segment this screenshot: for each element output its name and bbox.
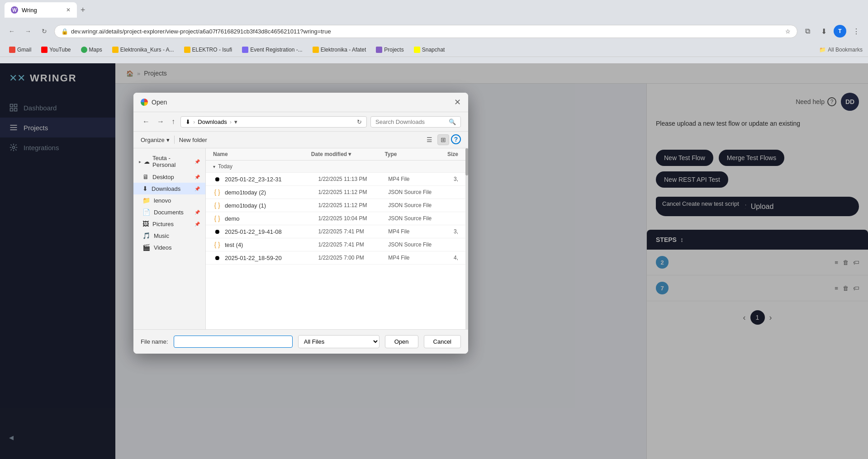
new-folder-button[interactable]: New folder xyxy=(179,137,207,143)
file-type-4: JSON Source File xyxy=(388,215,435,222)
dialog-forward-button[interactable]: → xyxy=(155,116,166,128)
file-date-7: 1/22/2025 7:00 PM xyxy=(318,255,388,261)
dialog-sidebar-pictures[interactable]: 🖼 Pictures 📌 xyxy=(133,218,205,230)
file-name-4: demo xyxy=(225,215,318,222)
all-bookmarks[interactable]: 📁 All Bookmarks xyxy=(819,47,863,53)
gmail-favicon xyxy=(9,47,15,53)
search-input[interactable] xyxy=(375,118,446,125)
file-date-6: 1/22/2025 7:41 PM xyxy=(318,241,388,248)
menu-button[interactable]: ⋮ xyxy=(850,25,863,38)
column-date: Date modified ▾ xyxy=(311,151,385,157)
details-view-button[interactable]: ⊞ xyxy=(437,134,449,145)
file-type-select[interactable]: All Files JSON Files MP4 Files xyxy=(298,335,379,348)
dialog-close-button[interactable]: ✕ xyxy=(454,97,461,107)
active-tab[interactable]: W Wring ✕ xyxy=(5,2,77,18)
downloads-label: Downloads xyxy=(152,185,180,192)
bookmark-elektronika[interactable]: Elektronika_Kurs - A... xyxy=(109,46,178,54)
file-date-1: 1/22/2025 11:13 PM xyxy=(318,176,388,182)
extensions-button[interactable]: ⧉ xyxy=(801,25,814,38)
json-file-icon-6: { } xyxy=(213,241,221,249)
dialog-sidebar-desktop[interactable]: 🖥 Desktop 📌 xyxy=(133,171,205,183)
bookmark-snapchat[interactable]: Snapchat xyxy=(410,46,449,54)
bookmark-youtube-label: YouTube xyxy=(49,47,71,53)
file-name-5: 2025-01-22_19-41-08 xyxy=(225,228,318,235)
video-file-icon-1: ⏺ xyxy=(213,175,221,183)
breadcrumb-bar[interactable]: ⬇ › Downloads › ▾ ↻ xyxy=(180,116,367,128)
today-group-arrow[interactable]: ▾ xyxy=(213,164,215,169)
lock-icon: 🔒 xyxy=(61,28,68,35)
pictures-pin-icon: 📌 xyxy=(194,222,200,227)
bookmark-youtube[interactable]: YouTube xyxy=(38,46,74,54)
file-type-5: MP4 File xyxy=(388,228,435,235)
bookmark-event-reg[interactable]: Event Registration -... xyxy=(238,46,306,54)
bookmark-star-icon[interactable]: ☆ xyxy=(785,28,791,35)
file-row-4[interactable]: { } demo 1/22/2025 10:04 PM JSON Source … xyxy=(206,212,465,225)
file-name-label: File name: xyxy=(141,338,168,345)
bookmark-elektro[interactable]: ELEKTRO - Isufi xyxy=(180,46,236,54)
file-row-2[interactable]: { } demo1today (2) 1/22/2025 11:12 PM JS… xyxy=(206,186,465,199)
bookmark-maps-label: Maps xyxy=(89,47,102,53)
file-date-3: 1/22/2025 11:12 PM xyxy=(318,202,388,208)
tab-strip: W Wring ✕ + xyxy=(5,2,860,18)
dialog-sidebar-documents[interactable]: 📄 Documents 📌 xyxy=(133,206,205,218)
bookmarks-folder-icon: 📁 xyxy=(819,47,826,53)
videos-label: Videos xyxy=(154,244,172,251)
videos-folder-icon: 🎬 xyxy=(142,244,150,251)
file-name-input[interactable] xyxy=(174,336,293,348)
address-bar[interactable]: 🔒 dev.wringr.ai/details/project-explorer… xyxy=(54,25,797,38)
file-date-4: 1/22/2025 10:04 PM xyxy=(318,215,388,222)
file-row-7[interactable]: ⏺ 2025-01-22_18-59-20 1/22/2025 7:00 PM … xyxy=(206,251,465,265)
forward-button[interactable]: → xyxy=(22,25,34,38)
nav-bar: ← → ↻ 🔒 dev.wringr.ai/details/project-ex… xyxy=(0,20,868,43)
reload-button[interactable]: ↻ xyxy=(38,25,51,38)
tab-close-btn[interactable]: ✕ xyxy=(66,7,71,13)
organize-button[interactable]: Organize ▾ xyxy=(141,137,170,143)
file-row-5[interactable]: ⏺ 2025-01-22_19-41-08 1/22/2025 7:41 PM … xyxy=(206,225,465,238)
dialog-up-button[interactable]: ↑ xyxy=(170,116,177,128)
file-open-dialog: Open ✕ ← → ↑ ⬇ › Downloads › ▾ ↻ 🔍 Organ… xyxy=(133,93,468,354)
music-label: Music xyxy=(154,232,169,239)
dialog-sidebar-downloads[interactable]: ⬇ Downloads 📌 xyxy=(133,183,205,194)
file-row-3[interactable]: { } demo1today (1) 1/22/2025 11:12 PM JS… xyxy=(206,199,465,212)
scrollbar-track[interactable] xyxy=(465,148,468,329)
download-icon-breadcrumb: ⬇ xyxy=(185,118,190,125)
bookmark-elektronika-afatet[interactable]: Elektronika - Afatet xyxy=(309,46,370,54)
refresh-button[interactable]: ↻ xyxy=(357,118,362,125)
help-dialog-button[interactable]: ? xyxy=(451,134,461,144)
bookmark-gmail[interactable]: Gmail xyxy=(5,46,35,54)
bookmark-projects[interactable]: Projects xyxy=(372,46,407,54)
dialog-toolbar: ← → ↑ ⬇ › Downloads › ▾ ↻ 🔍 xyxy=(133,112,468,132)
file-type-6: JSON Source File xyxy=(388,241,435,248)
desktop-folder-icon: 🖥 xyxy=(142,173,149,180)
list-view-button[interactable]: ☰ xyxy=(423,134,436,145)
path-dropdown-button[interactable]: ▾ xyxy=(234,118,237,125)
file-size-1: 3, xyxy=(435,176,458,182)
file-row-6[interactable]: { } test (4) 1/22/2025 7:41 PM JSON Sour… xyxy=(206,238,465,251)
dialog-sidebar-videos[interactable]: 🎬 Videos xyxy=(133,241,205,253)
bookmark-elektronika-afatet-label: Elektronika - Afatet xyxy=(321,47,366,53)
open-button[interactable]: Open xyxy=(385,335,418,348)
file-row-1[interactable]: ⏺ 2025-01-22_23-12-31 1/22/2025 11:13 PM… xyxy=(206,173,465,186)
chrome-logo-icon xyxy=(141,99,148,106)
file-actions-bar: Organize ▾ New folder ☰ ⊞ ? xyxy=(133,132,468,148)
column-type: Type xyxy=(384,151,433,157)
dialog-sidebar-teuta[interactable]: ▸ ☁ Teuta - Personal 📌 xyxy=(133,152,205,171)
dialog-sidebar-music[interactable]: 🎵 Music xyxy=(133,230,205,241)
bookmark-event-reg-label: Event Registration -... xyxy=(250,47,302,53)
path-chevron: › xyxy=(230,118,232,125)
youtube-favicon xyxy=(41,47,47,53)
cancel-button[interactable]: Cancel xyxy=(424,335,461,348)
dialog-sidebar-lenovo[interactable]: 📁 lenovo xyxy=(133,194,205,206)
bookmark-maps[interactable]: Maps xyxy=(77,46,106,54)
lenovo-label: lenovo xyxy=(154,197,171,204)
file-date-5: 1/22/2025 7:41 PM xyxy=(318,228,388,235)
downloads-button[interactable]: ⬇ xyxy=(817,25,830,38)
profile-button[interactable]: T xyxy=(834,25,846,38)
search-box[interactable]: 🔍 xyxy=(370,116,461,128)
back-button[interactable]: ← xyxy=(5,25,18,38)
new-tab-button[interactable]: + xyxy=(79,4,87,17)
scrollbar-thumb[interactable] xyxy=(465,148,468,175)
json-file-icon-2: { } xyxy=(213,188,221,196)
dialog-back-button[interactable]: ← xyxy=(141,116,152,128)
all-bookmarks-label: All Bookmarks xyxy=(828,47,863,53)
